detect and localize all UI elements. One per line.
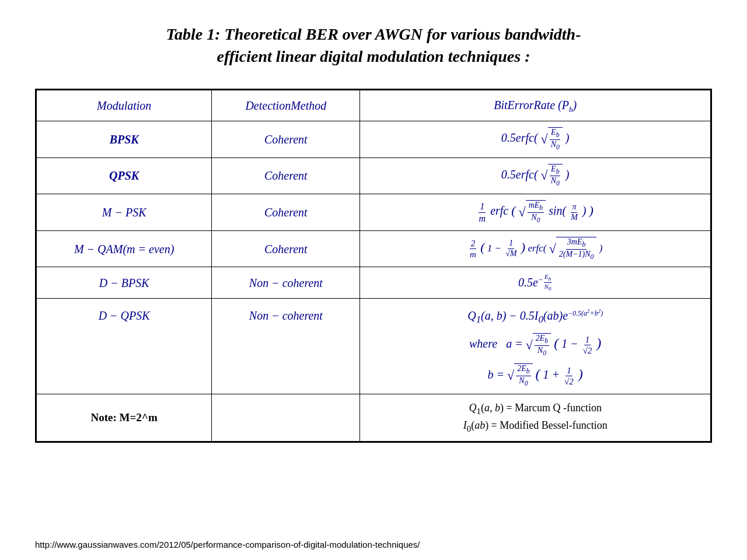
note-modulation: Note: M=2^m [37,394,212,441]
header-modulation: Modulation [37,90,212,121]
detection-dqpsk: Non − coherent [212,299,360,394]
ber-dbpsk: 0.5e−EbN0 [360,267,711,299]
ber-table: Modulation DetectionMethod BitErrorRate … [36,90,711,442]
table-row: M − PSK Coherent 1 m erfc ( √ [37,194,711,231]
modulation-mpsk: M − PSK [37,194,212,231]
dqpsk-formula1: Q1(a, b) − 0.5I0(ab)e−0.5(a2+b2) [467,307,603,327]
ber-mpsk: 1 m erfc ( √ mEb N0 [360,194,711,231]
title-text: Table 1: Theoretical BER over AWGN for v… [166,25,581,65]
modulation-bpsk: BPSK [37,121,212,158]
note-ber: Q1(a, b) = Marcum Q -function I0(ab) = M… [360,394,711,441]
url-text: http://www.gaussianwaves.com/2012/05/per… [35,540,420,550]
detection-mqam: Coherent [212,230,360,267]
ber-bpsk: 0.5erfc( √ Eb N0 ) [360,121,711,158]
modulation-mqam: M − QAM(m = even) [37,230,212,267]
header-detection: DetectionMethod [212,90,360,121]
ber-mqam: 2 m ( 1 − 1 √M ) erfc( √ [360,230,711,267]
dqpsk-formula3: b = √ 2Eb N0 ( [488,363,583,388]
modulation-qpsk: QPSK [37,158,212,194]
page-title: Table 1: Theoretical BER over AWGN for v… [35,23,712,68]
ber-dqpsk: Q1(a, b) − 0.5I0(ab)e−0.5(a2+b2) where a… [360,299,711,394]
modulation-dqpsk: D − QPSK [37,299,212,394]
footer-url: http://www.gaussianwaves.com/2012/05/per… [35,540,420,550]
table-row: BPSK Coherent 0.5erfc( √ Eb N0 [37,121,711,158]
note-detection [212,394,360,441]
modulation-dbpsk: D − BPSK [37,267,212,299]
table-row: D − BPSK Non − coherent 0.5e−EbN0 [37,267,711,299]
table-note-row: Note: M=2^m Q1(a, b) = Marcum Q -functio… [37,394,711,441]
dqpsk-formula2: where a = √ 2Eb N0 ( [469,332,601,357]
table-row: M − QAM(m = even) Coherent 2 m ( 1 − 1 √… [37,230,711,267]
detection-bpsk: Coherent [212,121,360,158]
detection-qpsk: Coherent [212,158,360,194]
main-table-wrapper: Modulation DetectionMethod BitErrorRate … [35,89,712,443]
ber-qpsk: 0.5erfc( √ Eb N0 ) [360,158,711,194]
table-header-row: Modulation DetectionMethod BitErrorRate … [37,90,711,121]
table-row: QPSK Coherent 0.5erfc( √ Eb N0 [37,158,711,194]
table-row: D − QPSK Non − coherent Q1(a, b) − 0.5I0… [37,299,711,394]
detection-mpsk: Coherent [212,194,360,231]
header-ber: BitErrorRate (Pb) [360,90,711,121]
detection-dbpsk: Non − coherent [212,267,360,299]
